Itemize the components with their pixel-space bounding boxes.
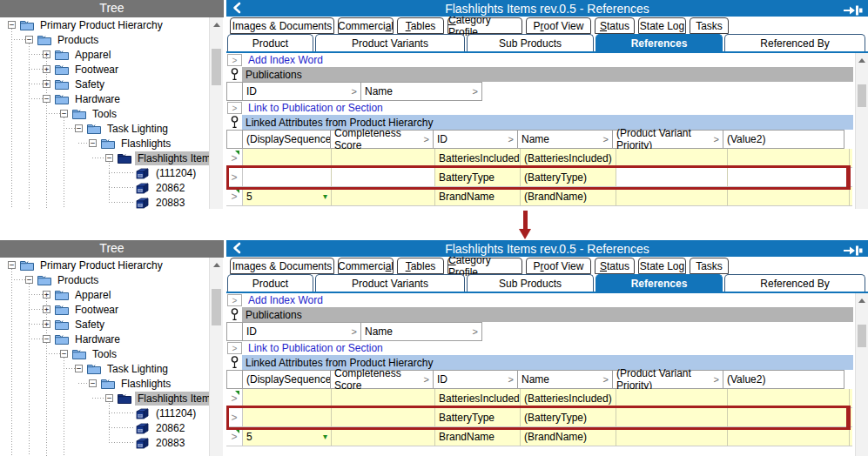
detail-scrollbar-thumb[interactable] xyxy=(858,325,866,347)
column-header-name[interactable]: Name> xyxy=(517,130,613,149)
data-cell-displaysequence[interactable] xyxy=(243,168,332,186)
sort-arrow-icon[interactable]: > xyxy=(348,326,357,337)
row-selector[interactable]: > xyxy=(226,389,243,407)
row-expand-button[interactable]: > xyxy=(227,294,242,306)
data-cell-completeness-score[interactable] xyxy=(332,187,435,205)
tree-item-footwear[interactable]: +Footwear xyxy=(0,62,207,77)
tab-commercial[interactable]: Commercial xyxy=(338,258,394,274)
tree-scrollbar[interactable] xyxy=(209,17,223,209)
sort-arrow-icon[interactable]: > xyxy=(421,134,429,144)
sort-arrow-icon[interactable]: > xyxy=(710,134,719,144)
tree-item-tools[interactable]: −Tools xyxy=(0,346,207,361)
tab-references[interactable]: References xyxy=(595,34,723,51)
expander-minus-icon[interactable]: − xyxy=(105,394,113,402)
data-cell-id[interactable]: BatteryType xyxy=(435,408,521,426)
row-selector[interactable]: > xyxy=(226,187,243,205)
tab-tasks[interactable]: Tasks xyxy=(690,258,729,274)
tree-item-hardware[interactable]: −Hardware xyxy=(0,332,207,346)
row-selector[interactable]: > xyxy=(226,427,243,446)
tab-proof-view[interactable]: Proof View xyxy=(526,258,591,274)
data-cell-name[interactable]: (BatteriesIncluded) xyxy=(521,389,616,407)
tree-scrollbar-thumb[interactable] xyxy=(212,289,221,325)
data-cell-displaysequence[interactable]: 5▾ xyxy=(243,187,332,205)
tab-tables[interactable]: Tables xyxy=(397,258,444,274)
tree-item-task-lighting[interactable]: −Task Lighting xyxy=(0,121,207,136)
tab-status[interactable]: Status xyxy=(595,258,635,274)
data-cell-product-variant-priority[interactable] xyxy=(616,408,728,426)
column-header-displaysequence[interactable]: (DisplaySequence)> xyxy=(242,130,331,149)
data-cell-product-variant-priority[interactable] xyxy=(616,427,728,446)
tree-item-111204[interactable]: (111204) xyxy=(0,165,207,180)
tab-images-documents[interactable]: Images & Documents xyxy=(230,17,334,34)
section-pin-icon[interactable] xyxy=(226,115,242,130)
sort-arrow-icon[interactable]: > xyxy=(505,374,514,385)
tab-product[interactable]: Product xyxy=(227,274,313,292)
expander-minus-icon[interactable]: − xyxy=(60,350,68,358)
section-pin-icon[interactable] xyxy=(226,67,242,82)
expander-minus-icon[interactable]: − xyxy=(25,36,33,44)
pin-button[interactable] xyxy=(844,244,863,259)
link-to-publication-link[interactable]: Link to Publication or Section xyxy=(248,102,383,114)
tab-images-documents[interactable]: Images & Documents xyxy=(230,258,334,274)
tab-tables[interactable]: Tables xyxy=(397,17,444,34)
data-cell-value2[interactable] xyxy=(728,187,850,205)
row-expand-button[interactable]: > xyxy=(227,342,242,354)
data-cell-value2[interactable] xyxy=(728,168,850,186)
expander-minus-icon[interactable]: − xyxy=(8,21,16,29)
data-cell-value2[interactable] xyxy=(728,427,850,446)
tree-item-flashlights[interactable]: −Flashlights xyxy=(0,376,207,391)
back-chevron-button[interactable] xyxy=(232,242,242,258)
data-cell-id[interactable]: BatteriesIncluded xyxy=(435,149,521,167)
tree-item-flashlights-items[interactable]: −Flashlights Items xyxy=(0,391,207,406)
tab-proof-view[interactable]: Proof View xyxy=(526,17,591,34)
sort-arrow-icon[interactable]: > xyxy=(710,374,719,385)
expander-plus-icon[interactable]: + xyxy=(43,305,50,313)
tree-item-task-lighting[interactable]: −Task Lighting xyxy=(0,361,207,376)
tree-scrollbar-thumb[interactable] xyxy=(212,49,221,85)
data-cell-value2[interactable] xyxy=(728,389,850,407)
tree-item-safety[interactable]: +Safety xyxy=(0,317,207,332)
link-to-publication-link[interactable]: Link to Publication or Section xyxy=(248,342,383,354)
data-cell-product-variant-priority[interactable] xyxy=(616,187,728,205)
expander-plus-icon[interactable]: + xyxy=(43,80,50,88)
data-cell-product-variant-priority[interactable] xyxy=(616,168,728,186)
tab-state-log[interactable]: State Log xyxy=(638,258,686,274)
section-pin-icon[interactable] xyxy=(226,307,242,322)
row-selector[interactable]: > xyxy=(226,408,243,426)
sort-arrow-icon[interactable]: > xyxy=(600,374,609,385)
row-selector[interactable]: > xyxy=(226,168,243,186)
expander-minus-icon[interactable]: − xyxy=(89,139,97,147)
data-cell-id[interactable]: BrandName xyxy=(435,187,521,205)
data-cell-name[interactable]: (BatteriesIncluded) xyxy=(521,149,616,167)
column-header-id[interactable]: ID> xyxy=(242,322,361,341)
sort-arrow-icon[interactable]: > xyxy=(600,134,609,144)
data-cell-completeness-score[interactable] xyxy=(332,408,435,426)
scroll-up-arrow-icon[interactable] xyxy=(210,258,223,272)
sort-arrow-icon[interactable]: > xyxy=(469,326,478,337)
tab-category-profile[interactable]: Category Profile xyxy=(447,17,522,34)
tab-referenced-by[interactable]: Referenced By xyxy=(724,274,865,292)
tree-item-apparel[interactable]: +Apparel xyxy=(0,47,207,62)
data-cell-value2[interactable] xyxy=(728,408,850,426)
tab-product-variants[interactable]: Product Variants xyxy=(315,34,465,51)
tab-tasks[interactable]: Tasks xyxy=(690,17,729,34)
tree-item-products[interactable]: −Products xyxy=(0,272,207,287)
expander-plus-icon[interactable]: + xyxy=(43,291,50,298)
tree-item-flashlights-items[interactable]: −Flashlights Items xyxy=(0,151,207,165)
column-header-id[interactable]: ID> xyxy=(433,370,518,389)
tab-product-variants[interactable]: Product Variants xyxy=(315,274,465,292)
column-header-product-variant-priority[interactable]: (Product Variant Priority)> xyxy=(612,370,723,389)
column-header-name[interactable]: Name> xyxy=(360,322,482,341)
tab-sub-products[interactable]: Sub Products xyxy=(467,34,594,51)
pin-button[interactable] xyxy=(844,3,863,19)
column-header-name[interactable]: Name> xyxy=(517,370,613,389)
expander-minus-icon[interactable]: − xyxy=(105,154,113,162)
data-cell-id[interactable]: BatteriesIncluded xyxy=(435,389,521,407)
expander-minus-icon[interactable]: − xyxy=(8,261,16,269)
column-header-completeness-score[interactable]: Completeness Score> xyxy=(330,370,434,389)
scroll-up-arrow-icon[interactable] xyxy=(856,53,868,67)
tree-item-products[interactable]: −Products xyxy=(0,32,207,47)
back-chevron-button[interactable] xyxy=(232,2,242,17)
data-cell-name[interactable]: (BrandName) xyxy=(521,187,616,205)
data-cell-product-variant-priority[interactable] xyxy=(616,149,728,167)
